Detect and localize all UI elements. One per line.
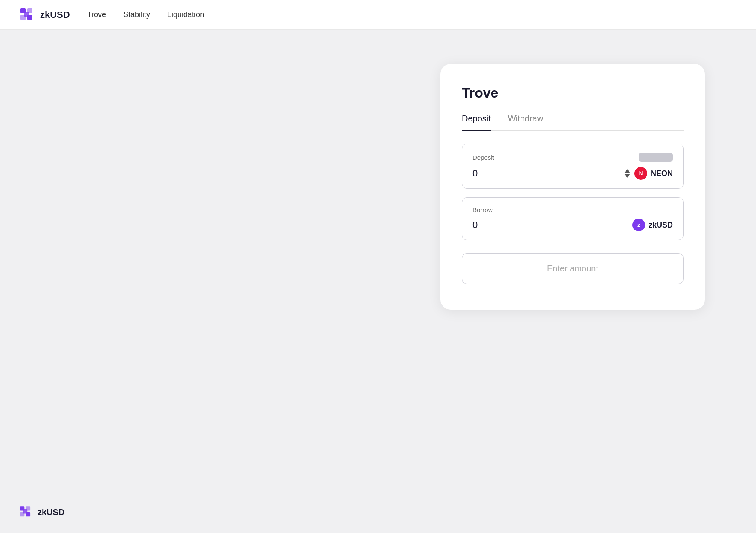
borrow-label-text: Borrow [472, 206, 493, 213]
main-content: Trove Deposit Withdraw Deposit 0 N [0, 30, 756, 344]
card-title: Trove [462, 85, 684, 101]
tabs: Deposit Withdraw [462, 114, 684, 131]
borrow-token-name: zkUSD [649, 221, 673, 230]
borrow-value[interactable]: 0 [472, 219, 478, 230]
svg-rect-9 [23, 509, 27, 513]
deposit-spinner[interactable] [624, 169, 630, 178]
footer-logo-text: zkUSD [38, 507, 64, 517]
deposit-label-text: Deposit [472, 154, 494, 161]
borrow-input-box: Borrow 0 z zkUSD [462, 197, 684, 240]
deposit-token-badge: N NEON [634, 167, 673, 180]
zkusd-token-icon: z [632, 219, 645, 231]
logo-text: zkUSD [40, 9, 70, 20]
tab-withdraw[interactable]: Withdraw [508, 114, 543, 131]
deposit-label: Deposit [472, 153, 673, 162]
deposit-token-name: NEON [651, 169, 673, 178]
main-nav: Trove Stability Liquidation [87, 7, 204, 23]
borrow-input-row: 0 z zkUSD [472, 219, 673, 231]
spinner-up-icon[interactable] [624, 169, 630, 173]
borrow-label: Borrow [472, 206, 673, 213]
logo-icon [17, 6, 36, 24]
footer-logo-icon [17, 504, 33, 520]
tab-deposit[interactable]: Deposit [462, 114, 491, 131]
logo[interactable]: zkUSD [17, 6, 70, 24]
spinner-down-icon[interactable] [624, 174, 630, 178]
nav-trove[interactable]: Trove [87, 7, 106, 23]
deposit-input-row: 0 N NEON [472, 167, 673, 180]
deposit-input-right: N NEON [624, 167, 673, 180]
borrow-token-badge: z zkUSD [632, 219, 673, 231]
neon-token-icon: N [634, 167, 647, 180]
nav-stability[interactable]: Stability [123, 7, 150, 23]
header: zkUSD Trove Stability Liquidation [0, 0, 756, 30]
borrow-input-right: z zkUSD [632, 219, 673, 231]
nav-liquidation[interactable]: Liquidation [167, 7, 204, 23]
footer: zkUSD [0, 491, 81, 533]
deposit-value[interactable]: 0 [472, 168, 478, 179]
enter-amount-button[interactable]: Enter amount [462, 253, 684, 284]
balance-badge [639, 153, 673, 162]
trove-card: Trove Deposit Withdraw Deposit 0 N [440, 64, 705, 310]
deposit-input-box: Deposit 0 N NEON [462, 144, 684, 189]
svg-rect-4 [24, 12, 29, 17]
